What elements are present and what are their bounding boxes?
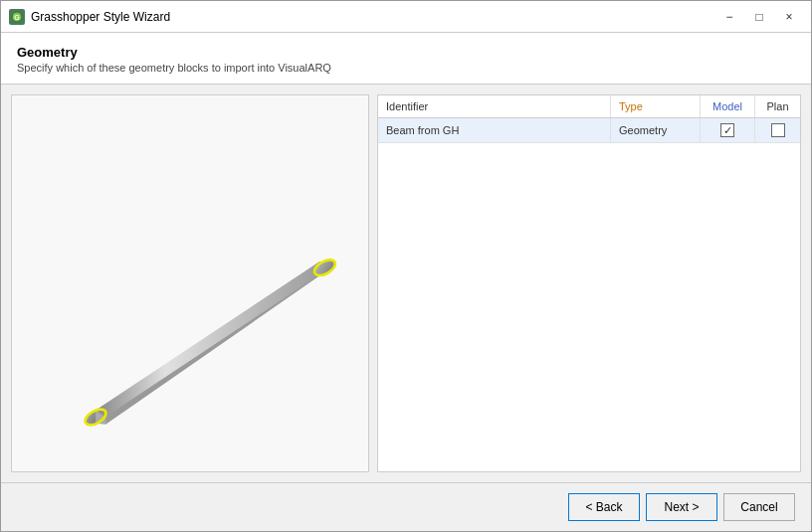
svg-marker-4 <box>96 268 330 424</box>
cell-model[interactable]: ✓ <box>701 118 755 142</box>
next-button[interactable]: Next > <box>646 493 717 521</box>
page-title: Geometry <box>17 45 795 60</box>
table-row: Beam from GH Geometry ✓ <box>378 118 800 143</box>
header-section: Geometry Specify which of these geometry… <box>1 33 811 85</box>
main-window: G Grasshopper Style Wizard − □ × Geometr… <box>0 0 812 532</box>
preview-panel <box>11 94 369 472</box>
plan-checkbox[interactable] <box>771 123 785 137</box>
title-bar-controls: − □ × <box>715 5 803 29</box>
model-checkbox[interactable]: ✓ <box>720 123 734 137</box>
page-subtitle: Specify which of these geometry blocks t… <box>17 62 795 74</box>
col-header-identifier: Identifier <box>378 95 611 117</box>
title-bar: G Grasshopper Style Wizard − □ × <box>1 1 811 33</box>
table-header: Identifier Type Model Plan <box>378 95 800 118</box>
col-header-model: Model <box>701 95 755 117</box>
col-header-type: Type <box>611 95 701 117</box>
app-icon: G <box>9 9 25 25</box>
svg-marker-3 <box>96 262 330 417</box>
table-panel: Identifier Type Model Plan Beam from GH … <box>377 94 801 472</box>
cancel-button[interactable]: Cancel <box>723 493 795 521</box>
cell-type: Geometry <box>611 118 701 142</box>
content-area: Identifier Type Model Plan Beam from GH … <box>1 85 811 482</box>
close-button[interactable]: × <box>775 5 803 29</box>
title-bar-text: Grasshopper Style Wizard <box>31 10 715 24</box>
cell-identifier: Beam from GH <box>378 118 611 142</box>
back-button[interactable]: < Back <box>568 493 640 521</box>
footer-section: < Back Next > Cancel <box>1 482 811 531</box>
cell-plan[interactable] <box>755 118 800 142</box>
maximize-button[interactable]: □ <box>745 5 773 29</box>
col-header-plan: Plan <box>755 95 800 117</box>
svg-text:G: G <box>14 14 20 21</box>
minimize-button[interactable]: − <box>715 5 743 29</box>
